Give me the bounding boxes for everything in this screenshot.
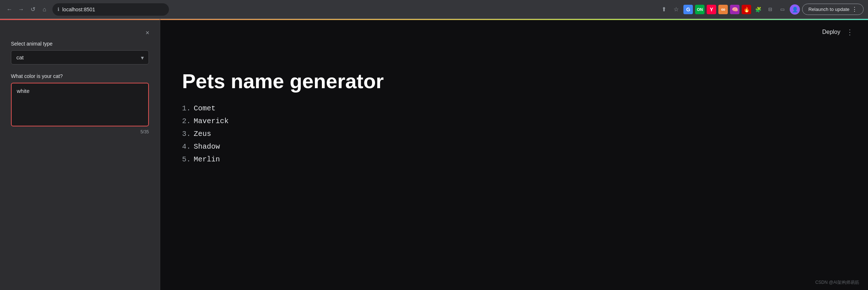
cast-icon[interactable]: ⊟ xyxy=(765,4,775,15)
list-number: 5. xyxy=(182,155,191,164)
animal-select[interactable]: cat dog bird fish rabbit xyxy=(11,50,149,64)
flame-extension[interactable]: 🔥 xyxy=(742,5,751,14)
reload-button[interactable]: ↺ xyxy=(28,4,38,15)
pet-name: Zeus xyxy=(194,130,211,138)
google-docs-extension[interactable]: G xyxy=(683,5,693,14)
forward-button[interactable]: → xyxy=(16,4,26,15)
deploy-header: Deploy ⋮ xyxy=(822,28,853,36)
sidebar-toggle-icon[interactable]: ▭ xyxy=(777,4,788,15)
notion-extension[interactable]: ON xyxy=(695,5,705,14)
pet-name: Comet xyxy=(194,104,216,113)
share-icon[interactable]: ⬆ xyxy=(659,4,669,15)
profile-avatar[interactable]: 👤 xyxy=(790,4,800,15)
pet-name: Merlin xyxy=(194,155,220,164)
address-bar[interactable]: ℹ localhost:8501 xyxy=(52,3,169,16)
list-item: 3.Zeus xyxy=(182,130,846,138)
list-number: 1. xyxy=(182,104,191,113)
pet-name: Shadow xyxy=(194,142,220,151)
nav-buttons: ← → ↺ ⌂ xyxy=(4,4,50,15)
list-item: 4.Shadow xyxy=(182,142,846,151)
close-button[interactable]: × xyxy=(142,28,153,38)
main-content: Deploy ⋮ Pets name generator 1.Comet2.Ma… xyxy=(160,19,868,290)
puzzle-extension[interactable]: 🧩 xyxy=(753,5,763,14)
home-button[interactable]: ⌂ xyxy=(39,4,50,15)
url-text: localhost:8501 xyxy=(62,7,95,12)
color-input[interactable]: white xyxy=(11,83,149,126)
back-button[interactable]: ← xyxy=(4,4,15,15)
animal-select-wrapper: cat dog bird fish rabbit ▾ xyxy=(11,50,149,64)
sidebar-panel: × Select animal type cat dog bird fish r… xyxy=(0,19,160,290)
brain-extension[interactable]: 🧠 xyxy=(730,5,739,14)
bookmark-icon[interactable]: ☆ xyxy=(671,4,681,15)
animal-type-label: Select animal type xyxy=(11,41,149,47)
names-list: 1.Comet2.Maverick3.Zeus4.Shadow5.Merlin xyxy=(182,104,846,164)
list-number: 3. xyxy=(182,130,191,138)
list-item: 1.Comet xyxy=(182,104,846,113)
color-label: What color is your cat? xyxy=(11,73,149,79)
watermark: CSDN @AI架构师易筋 xyxy=(815,279,859,286)
deploy-button[interactable]: Deploy xyxy=(822,29,840,35)
lock-icon: ℹ xyxy=(58,7,59,12)
list-number: 4. xyxy=(182,142,191,151)
browser-chrome: ← → ↺ ⌂ ℹ localhost:8501 ⬆ ☆ G ON Y ∞ 🧠 … xyxy=(0,0,868,19)
pet-name: Maverick xyxy=(194,117,229,125)
y-extension[interactable]: Y xyxy=(707,5,716,14)
list-item: 5.Merlin xyxy=(182,155,846,164)
page-title: Pets name generator xyxy=(182,70,846,93)
toolbar-right: ⬆ ☆ G ON Y ∞ 🧠 🔥 🧩 ⊟ ▭ 👤 Relaunch to upd… xyxy=(659,4,864,15)
char-count: 5/35 xyxy=(11,129,149,134)
infinity-extension[interactable]: ∞ xyxy=(718,5,728,14)
sidebar-content: Select animal type cat dog bird fish rab… xyxy=(0,19,160,145)
relaunch-menu-icon: ⋮ xyxy=(852,6,857,13)
list-item: 2.Maverick xyxy=(182,117,846,125)
app-container: × Select animal type cat dog bird fish r… xyxy=(0,19,868,290)
relaunch-button[interactable]: Relaunch to update ⋮ xyxy=(802,4,864,15)
more-options-button[interactable]: ⋮ xyxy=(846,28,853,36)
list-number: 2. xyxy=(182,117,191,125)
